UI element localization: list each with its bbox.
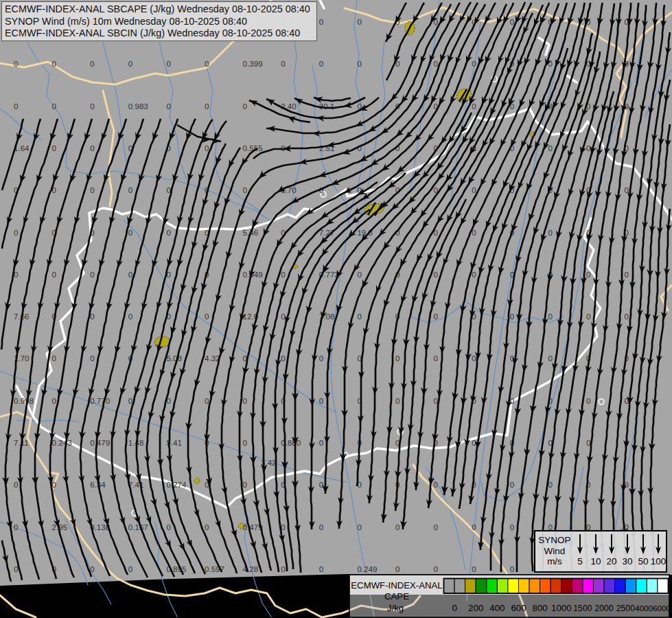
svg-text:ECMWF-INDEX-ANAL SBCIN (J/kg): ECMWF-INDEX-ANAL SBCIN (J/kg) Wednesday … — [5, 27, 300, 38]
svg-text:1500: 1500 — [573, 604, 592, 613]
svg-text:0: 0 — [205, 102, 209, 111]
svg-text:20: 20 — [606, 556, 616, 566]
svg-text:ECMWF-INDEX-ANAL: ECMWF-INDEX-ANAL — [351, 580, 442, 591]
svg-text:0: 0 — [52, 144, 56, 152]
svg-text:0: 0 — [90, 59, 94, 68]
svg-text:0: 0 — [166, 185, 170, 194]
svg-text:0: 0 — [434, 59, 438, 68]
svg-text:0: 0 — [205, 59, 209, 68]
svg-text:0: 0 — [14, 480, 18, 489]
svg-text:0.274: 0.274 — [166, 480, 187, 489]
svg-text:200: 200 — [468, 603, 483, 613]
svg-text:0: 0 — [281, 59, 285, 68]
svg-text:0: 0 — [395, 523, 399, 531]
svg-text:0: 0 — [319, 396, 323, 405]
svg-text:0.998: 0.998 — [14, 396, 34, 405]
svg-text:0: 0 — [357, 523, 361, 531]
svg-text:0: 0 — [472, 564, 476, 573]
svg-text:0: 0 — [205, 523, 209, 531]
svg-text:0: 0 — [357, 59, 361, 68]
svg-text:0: 0 — [128, 270, 132, 279]
svg-text:0: 0 — [434, 270, 438, 279]
svg-text:0: 0 — [281, 354, 285, 363]
svg-text:0: 0 — [90, 270, 94, 279]
svg-text:0: 0 — [14, 523, 18, 531]
svg-text:6000: 6000 — [653, 604, 671, 613]
svg-text:0: 0 — [14, 59, 18, 68]
svg-text:0: 0 — [128, 228, 132, 237]
svg-text:0: 0 — [548, 523, 552, 531]
svg-text:0: 0 — [205, 312, 209, 321]
svg-text:0: 0 — [586, 270, 590, 279]
svg-text:0: 0 — [128, 396, 132, 405]
svg-text:0: 0 — [357, 17, 361, 26]
svg-text:0.880: 0.880 — [281, 438, 301, 447]
svg-text:1000: 1000 — [551, 603, 572, 613]
svg-text:0: 0 — [243, 102, 247, 111]
svg-text:0: 0 — [90, 312, 94, 321]
svg-text:0: 0 — [243, 396, 247, 405]
svg-text:0.399: 0.399 — [243, 59, 263, 68]
svg-text:0: 0 — [205, 144, 209, 152]
svg-text:0: 0 — [281, 312, 285, 321]
svg-text:2000: 2000 — [594, 604, 613, 613]
svg-text:30: 30 — [622, 556, 632, 566]
svg-text:0: 0 — [510, 17, 514, 26]
svg-text:0: 0 — [52, 270, 56, 279]
svg-text:ECMWF-INDEX-ANAL SBCAPE (J/kg): ECMWF-INDEX-ANAL SBCAPE (J/kg) Wednesday… — [5, 3, 310, 14]
svg-text:0: 0 — [52, 396, 56, 405]
svg-text:0: 0 — [281, 564, 285, 573]
svg-text:0.243: 0.243 — [52, 438, 72, 447]
svg-text:0: 0 — [243, 185, 247, 194]
svg-text:0: 0 — [510, 312, 514, 321]
svg-text:0: 0 — [205, 396, 209, 405]
svg-text:0: 0 — [395, 396, 399, 405]
svg-text:0: 0 — [472, 59, 476, 68]
svg-text:5: 5 — [577, 556, 583, 566]
svg-text:0: 0 — [548, 144, 552, 152]
svg-text:0: 0 — [166, 102, 170, 111]
svg-text:0: 0 — [90, 102, 94, 111]
svg-text:0: 0 — [52, 59, 56, 68]
svg-text:800: 800 — [533, 603, 548, 613]
svg-text:10: 10 — [590, 556, 601, 566]
svg-text:0: 0 — [472, 354, 476, 363]
svg-text:0.479: 0.479 — [90, 438, 110, 447]
svg-text:0: 0 — [14, 102, 18, 111]
svg-text:0: 0 — [434, 523, 438, 531]
svg-text:0: 0 — [52, 480, 56, 489]
svg-text:600: 600 — [511, 603, 526, 613]
svg-text:0: 0 — [586, 438, 590, 447]
svg-text:SYNOP Wind (m/s) 10m Wednesday: SYNOP Wind (m/s) 10m Wednesday 08-10-202… — [5, 16, 247, 27]
svg-text:0: 0 — [472, 270, 476, 279]
svg-text:0: 0 — [472, 185, 476, 194]
svg-text:0: 0 — [357, 312, 361, 321]
svg-text:0: 0 — [510, 523, 514, 531]
svg-text:m/s: m/s — [547, 556, 562, 566]
svg-text:SYNOP: SYNOP — [538, 535, 570, 545]
svg-text:2500: 2500 — [616, 604, 635, 613]
svg-text:0: 0 — [90, 144, 94, 152]
svg-text:4000: 4000 — [635, 604, 653, 613]
svg-text:0: 0 — [625, 312, 629, 321]
svg-text:0: 0 — [166, 523, 170, 531]
svg-text:0: 0 — [281, 270, 285, 279]
svg-text:0: 0 — [434, 396, 438, 405]
svg-text:0: 0 — [548, 354, 552, 363]
svg-text:0: 0 — [319, 354, 323, 363]
svg-text:0: 0 — [90, 185, 94, 194]
svg-text:5.08: 5.08 — [166, 354, 182, 363]
svg-text:0: 0 — [434, 354, 438, 363]
svg-text:0: 0 — [395, 354, 399, 363]
svg-text:50: 50 — [638, 556, 648, 566]
svg-text:0: 0 — [548, 228, 552, 237]
svg-text:J/kg: J/kg — [387, 603, 404, 613]
svg-text:Wind: Wind — [544, 546, 566, 556]
svg-text:0: 0 — [510, 564, 514, 573]
svg-text:0: 0 — [434, 564, 438, 573]
svg-text:100: 100 — [651, 556, 667, 566]
svg-text:0: 0 — [625, 270, 629, 279]
svg-text:0: 0 — [510, 480, 514, 489]
svg-text:0: 0 — [166, 59, 170, 68]
svg-text:0: 0 — [90, 564, 94, 573]
